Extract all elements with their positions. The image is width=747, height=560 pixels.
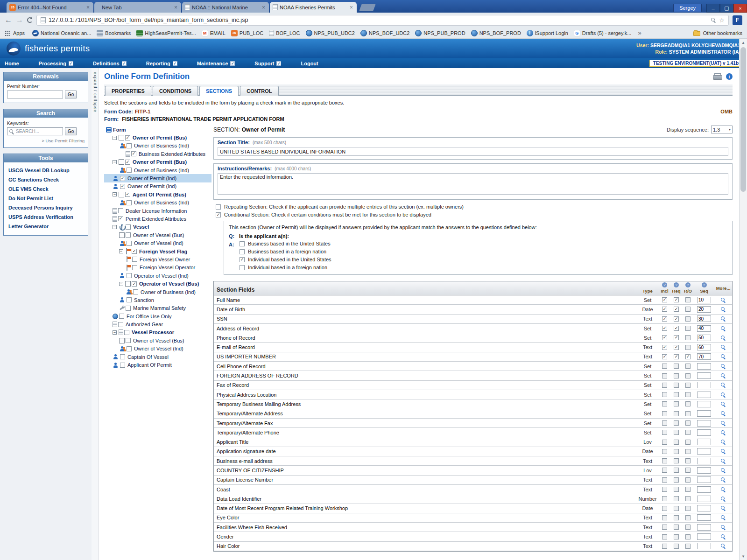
nav-item-home[interactable]: Home: [5, 61, 19, 66]
tab-close-icon[interactable]: ×: [261, 5, 266, 10]
seq-input[interactable]: [697, 486, 711, 493]
ro-checkbox[interactable]: [685, 411, 691, 416]
tree-checkbox[interactable]: ✓: [125, 135, 130, 140]
answer-checkbox[interactable]: ✓: [240, 257, 245, 262]
tree-item[interactable]: Owner of Business (Ind): [104, 142, 211, 150]
magnifier-icon[interactable]: [720, 297, 726, 303]
tree-checkbox[interactable]: [119, 314, 124, 319]
tree-checkbox[interactable]: [126, 232, 131, 238]
permit-filtering-link[interactable]: > Use Permit Filtering: [7, 138, 85, 143]
tool-link[interactable]: GC Sanctions Check: [7, 175, 85, 184]
seq-input[interactable]: [697, 353, 711, 360]
magnifier-icon[interactable]: [720, 477, 726, 483]
req-checkbox[interactable]: ✓: [674, 345, 679, 350]
close-icon[interactable]: ×: [733, 4, 747, 13]
ro-checkbox[interactable]: [685, 544, 691, 549]
tree-item[interactable]: Marine Mammal Safety: [104, 304, 211, 312]
incl-checkbox[interactable]: [662, 364, 667, 369]
incl-checkbox[interactable]: ✓: [662, 354, 667, 359]
magnifier-icon[interactable]: [720, 534, 726, 539]
seq-input[interactable]: [697, 467, 711, 474]
tree-checkbox[interactable]: [127, 200, 132, 205]
incl-checkbox[interactable]: [662, 544, 667, 549]
answer-checkbox[interactable]: [240, 249, 245, 254]
seq-input[interactable]: [697, 306, 711, 313]
address-bar[interactable]: 127.0.0.1:7101/NPS_BOF/bof_form_def/nps_…: [36, 15, 729, 26]
zoom-icon[interactable]: [711, 17, 716, 23]
help-icon[interactable]: ?: [702, 282, 707, 287]
ro-checkbox[interactable]: [685, 345, 691, 350]
ro-checkbox[interactable]: [685, 440, 691, 445]
tree-item[interactable]: ✓Business Extended Attributes: [104, 150, 211, 158]
apps-label[interactable]: Apps: [13, 30, 25, 36]
tool-link[interactable]: USPS Address Verification: [7, 212, 85, 222]
ro-checkbox[interactable]: [685, 506, 691, 511]
tree-item[interactable]: Owner of Vessel (Bus): [104, 231, 211, 239]
tree-item[interactable]: ✓Permit Extended Attributes: [104, 215, 211, 223]
req-checkbox[interactable]: [674, 468, 679, 473]
incl-checkbox[interactable]: [662, 373, 667, 378]
nav-checkbox[interactable]: ✓: [276, 61, 281, 66]
tree-item[interactable]: −✓Agent Of Permit (Bus): [104, 190, 211, 198]
req-checkbox[interactable]: ✓: [674, 297, 679, 302]
magnifier-icon[interactable]: [720, 505, 726, 511]
bookmark-item[interactable]: NPS_PUB_PROD: [415, 30, 465, 36]
req-checkbox[interactable]: [674, 487, 679, 492]
tree-checkbox[interactable]: [127, 346, 132, 351]
magnifier-icon[interactable]: [720, 392, 726, 398]
incl-checkbox[interactable]: [662, 420, 667, 426]
seq-input[interactable]: [697, 325, 711, 332]
ro-checkbox[interactable]: [685, 297, 691, 302]
incl-checkbox[interactable]: [662, 534, 667, 539]
seq-input[interactable]: [697, 420, 711, 427]
bookmark-item[interactable]: HighSeasPermit-Tes...: [136, 30, 196, 36]
tree-item[interactable]: Sanction: [104, 296, 211, 304]
tree-item[interactable]: Dealer License Information: [104, 207, 211, 215]
incl-checkbox[interactable]: [662, 515, 667, 520]
ro-checkbox[interactable]: [685, 316, 691, 322]
bookmark-item[interactable]: NPS_PUB_UDC2: [306, 30, 355, 36]
conditional-section-checkbox[interactable]: ✓: [216, 212, 221, 217]
tree-checkbox[interactable]: [133, 289, 138, 294]
incl-checkbox[interactable]: [662, 383, 667, 388]
printer-icon[interactable]: [713, 73, 721, 80]
bookmark-item[interactable]: NPS_BOF_PROD: [471, 30, 521, 36]
magnifier-icon[interactable]: [720, 326, 726, 331]
browser-profile-button[interactable]: Sergey: [673, 4, 702, 12]
incl-checkbox[interactable]: ✓: [662, 307, 667, 312]
incl-checkbox[interactable]: [662, 525, 667, 530]
search-go-button[interactable]: Go: [65, 127, 77, 135]
tree-checkbox[interactable]: [118, 208, 123, 213]
browser-tab[interactable]: 26Error 404--Not Found×: [7, 2, 93, 13]
tree-item[interactable]: Owner of Vessel (Ind): [104, 345, 211, 353]
maximize-icon[interactable]: ▢: [720, 4, 733, 13]
renewals-go-button[interactable]: Go: [65, 91, 77, 98]
ro-checkbox[interactable]: [685, 458, 691, 463]
req-checkbox[interactable]: [674, 411, 679, 416]
ro-checkbox[interactable]: [685, 487, 691, 492]
tree-expander-icon[interactable]: −: [113, 225, 117, 229]
incl-checkbox[interactable]: ✓: [662, 345, 667, 350]
tree-checkbox[interactable]: ✓: [125, 160, 130, 165]
tree-expander-icon[interactable]: −: [119, 249, 123, 253]
display-sequence-select[interactable]: 1.3 ▾: [711, 126, 733, 133]
tree-item[interactable]: Captain Of Vessel: [104, 353, 211, 361]
tree-checkbox[interactable]: ✓: [132, 249, 137, 254]
tree-item[interactable]: Owner of Business (Ind): [104, 166, 211, 174]
magnifier-icon[interactable]: [720, 335, 726, 341]
incl-checkbox[interactable]: [662, 487, 667, 492]
incl-checkbox[interactable]: [662, 449, 667, 454]
seq-input[interactable]: [697, 533, 711, 540]
tree-checkbox[interactable]: [132, 265, 137, 270]
tree-checkbox[interactable]: [127, 297, 132, 302]
incl-checkbox[interactable]: ✓: [662, 335, 667, 340]
req-checkbox[interactable]: [674, 364, 679, 369]
incl-checkbox[interactable]: [662, 468, 667, 473]
tree-expander-icon[interactable]: −: [113, 192, 117, 196]
answer-checkbox[interactable]: [240, 241, 245, 246]
instructions-textarea[interactable]: Enter the requested information.: [218, 173, 728, 195]
ro-checkbox[interactable]: [685, 307, 691, 312]
seq-input[interactable]: [697, 429, 711, 436]
req-checkbox[interactable]: [674, 544, 679, 549]
incl-checkbox[interactable]: ✓: [662, 326, 667, 331]
